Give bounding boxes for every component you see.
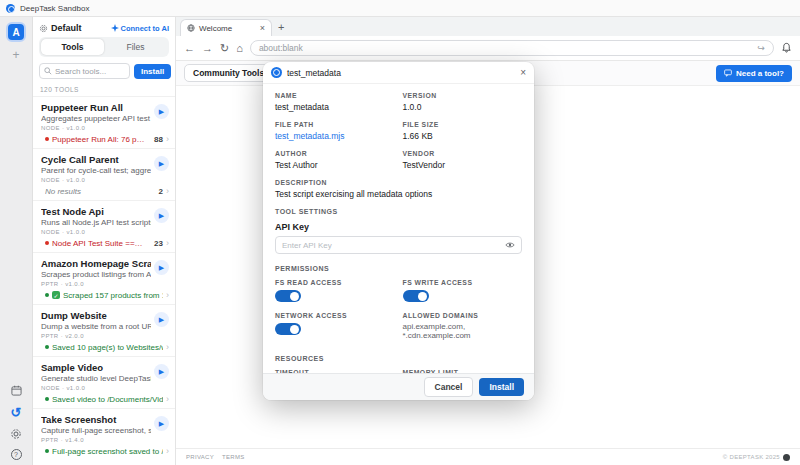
run-tool-button[interactable]: ▶ [154, 104, 169, 119]
filepath-link[interactable]: test_metadata.mjs [275, 131, 395, 141]
fs-write-label: FS WRITE ACCESS [403, 279, 523, 286]
tool-status[interactable]: Puppeteer Run All: 76 p… 88 › [41, 134, 169, 144]
gear-icon [39, 24, 48, 33]
titlebar: DeepTask Sandbox [0, 0, 800, 17]
chevron-right-icon: › [166, 290, 169, 300]
tool-install-dialog: test_metadata × NAME test_metadata VERSI… [263, 62, 534, 400]
tool-item-test-node-api[interactable]: Test Node Api Runs all Node.js API test … [33, 200, 175, 252]
run-tool-button[interactable]: ▶ [154, 208, 169, 223]
forward-icon[interactable]: → [202, 43, 213, 54]
share-icon[interactable]: ↪ [757, 43, 765, 53]
allowed-domains-value: api.example.com, *.cdn.example.com [403, 322, 523, 340]
api-key-label: API Key [275, 222, 522, 232]
search-input[interactable] [55, 67, 125, 76]
globe-icon [187, 24, 195, 32]
allowed-domains-label: ALLOWED DOMAINS [403, 312, 523, 319]
tool-globe-icon [271, 67, 282, 78]
close-dialog-icon[interactable]: × [520, 67, 526, 78]
address-bar[interactable]: about:blank ↪ [250, 40, 774, 56]
description-label: DESCRIPTION [275, 179, 522, 186]
run-tool-button[interactable]: ▶ [154, 260, 169, 275]
fs-read-toggle[interactable] [275, 290, 301, 302]
browser-tab-welcome[interactable]: Welcome × [180, 19, 272, 36]
tool-status[interactable]: No results 2 › [41, 186, 169, 196]
fs-write-toggle[interactable] [403, 290, 429, 302]
run-tool-button[interactable]: ▶ [154, 364, 169, 379]
calendar-icon[interactable] [9, 383, 23, 397]
cancel-button[interactable]: Cancel [424, 377, 474, 397]
deeptask-logo-icon [783, 454, 790, 461]
reload-icon[interactable]: ↻ [220, 43, 229, 54]
close-tab-icon[interactable]: × [260, 23, 265, 33]
network-access-label: NETWORK ACCESS [275, 312, 395, 319]
profile-rail: A + ↺ ? [0, 17, 33, 465]
name-label: NAME [275, 92, 395, 99]
api-key-field [275, 236, 522, 254]
tool-item-sample-video[interactable]: Sample Video Generate studio level DeepT… [33, 356, 175, 408]
search-icon [44, 67, 52, 75]
connect-to-ai-button[interactable]: Connect to AI [111, 24, 169, 33]
tools-sidebar: Default Connect to AI Tools Files Instal… [33, 17, 176, 465]
status-dot-icon [45, 241, 49, 245]
tool-item-puppeteer-run-all[interactable]: Puppeteer Run All Aggregates puppeteer A… [33, 96, 175, 148]
add-profile-button[interactable]: + [12, 50, 19, 60]
home-icon[interactable]: ⌂ [236, 43, 243, 54]
chevron-right-icon: › [166, 134, 169, 144]
profile-name: Default [51, 23, 82, 33]
browser-toolbar: ← → ↻ ⌂ about:blank ↪ [176, 36, 800, 61]
dialog-footer: Cancel Install [263, 373, 534, 400]
profile-avatar[interactable]: A [6, 22, 26, 42]
tool-item-amazon-homepage-scraper[interactable]: Amazon Homepage Scraper Scrapes product … [33, 252, 175, 304]
status-dot-icon [45, 345, 49, 349]
run-tool-button[interactable]: ▶ [154, 156, 169, 171]
tool-status[interactable]: Saved 10 page(s) to Websites/ww… › [41, 342, 169, 352]
tool-status[interactable]: Saved video to /Documents/Video… › [41, 394, 169, 404]
tab-tools[interactable]: Tools [41, 39, 104, 55]
fs-read-label: FS READ ACCESS [275, 279, 395, 286]
tab-community-tools[interactable]: Community Tools [184, 64, 273, 82]
status-dot-icon [45, 397, 49, 401]
sidebar-tab-switcher: Tools Files [39, 37, 169, 57]
chevron-right-icon: › [166, 342, 169, 352]
app-title: DeepTask Sandbox [20, 4, 89, 13]
tool-status[interactable]: Node API Test Suite ==… 23 › [41, 238, 169, 248]
address-text: about:blank [259, 43, 752, 53]
need-a-tool-button[interactable]: Need a tool? [716, 65, 792, 82]
install-button[interactable]: Install [479, 378, 524, 396]
run-tool-button[interactable]: ▶ [154, 416, 169, 431]
check-icon: ✓ [52, 291, 60, 299]
notifications-bell-icon[interactable] [781, 39, 792, 57]
description-value: Test script exercising all metadata opti… [275, 189, 522, 199]
chevron-right-icon: › [166, 446, 169, 456]
network-access-toggle[interactable] [275, 323, 301, 335]
dialog-header: test_metadata × [263, 62, 534, 84]
status-dot-icon [45, 137, 49, 141]
search-box [39, 63, 130, 79]
tool-status[interactable]: ✓ Scraped 157 products from 1 s… › [41, 290, 169, 300]
settings-gear-icon[interactable] [9, 427, 23, 441]
dialog-body: NAME test_metadata VERSION 1.0.0 FILE PA… [263, 84, 534, 373]
run-tool-button[interactable]: ▶ [154, 312, 169, 327]
privacy-link[interactable]: PRIVACY [186, 454, 214, 460]
back-icon[interactable]: ← [184, 43, 195, 54]
app-window: DeepTask Sandbox A + ↺ ? Default [0, 0, 800, 465]
tab-files[interactable]: Files [104, 39, 167, 55]
vendor-label: VENDOR [403, 150, 523, 157]
eye-icon[interactable] [505, 240, 515, 250]
status-bar: PRIVACY TERMS © DEEPTASK 2025 [176, 448, 800, 465]
help-icon[interactable]: ? [11, 449, 22, 460]
tool-item-take-screenshot[interactable]: Take Screenshot Capture full-page screen… [33, 408, 175, 460]
history-icon[interactable]: ↺ [9, 405, 23, 419]
status-dot-icon [45, 293, 49, 297]
chevron-right-icon: › [166, 186, 169, 196]
sidebar-install-button[interactable]: Install [134, 64, 171, 79]
spark-icon [111, 24, 119, 32]
new-tab-button[interactable]: + [278, 21, 284, 36]
tool-item-dump-website[interactable]: Dump Website Dump a website from a root … [33, 304, 175, 356]
tool-status[interactable]: Full-page screenshot saved to /Im… › [41, 446, 169, 456]
api-key-input[interactable] [282, 241, 505, 250]
profile-selector[interactable]: Default [39, 23, 82, 33]
tool-item-cycle-call-parent[interactable]: Cycle Call Parent Parent for cycle-call … [33, 148, 175, 200]
terms-link[interactable]: TERMS [222, 454, 245, 460]
author-value: Test Author [275, 160, 395, 170]
